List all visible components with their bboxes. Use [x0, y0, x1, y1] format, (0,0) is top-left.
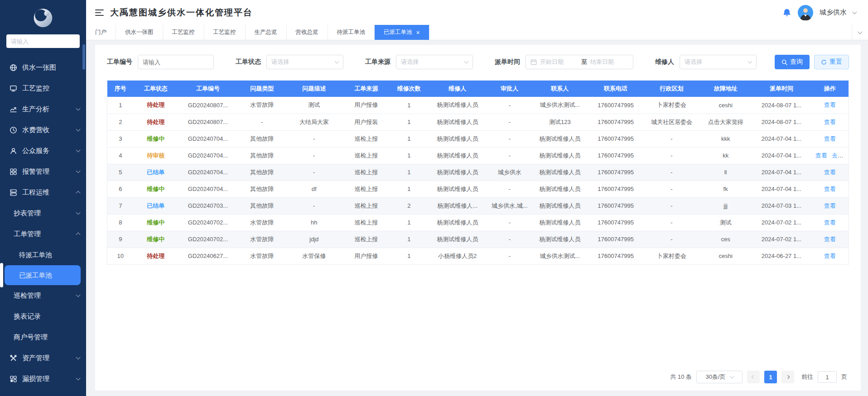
status-badge: 维修中: [134, 214, 178, 231]
sidebar-item-label: 抄表管理: [14, 209, 41, 218]
action-link[interactable]: 查看: [824, 236, 836, 243]
search-button[interactable]: 查询: [775, 55, 810, 69]
cell: GD20240627...: [178, 248, 238, 264]
cell: -: [286, 130, 342, 147]
order-no-input[interactable]: [138, 55, 214, 69]
status-badge: 已结单: [134, 197, 178, 214]
refresh-icon: [821, 59, 827, 65]
cell: 17600747995: [588, 197, 643, 214]
action-link[interactable]: 去审核: [832, 152, 849, 159]
repairer-select[interactable]: 请选择: [680, 55, 757, 69]
tab-5[interactable]: 营收总览: [287, 25, 328, 40]
cell: 巡检上报: [342, 231, 391, 248]
sidebar-item-1[interactable]: 工艺监控: [0, 78, 86, 99]
grid-icon: [9, 375, 17, 383]
sidebar-item-label: 工艺监控: [22, 84, 49, 93]
action-link[interactable]: 查看: [815, 152, 827, 159]
action-link[interactable]: 查看: [824, 253, 836, 259]
tab-4[interactable]: 生产总览: [246, 25, 287, 40]
cell: 巡检上报: [342, 181, 391, 197]
cell: -: [487, 114, 532, 130]
tab-7[interactable]: 已派工单池×: [375, 25, 429, 40]
cell: 杨测试维修人员: [532, 197, 588, 214]
total-count: 共 10 条: [670, 373, 692, 381]
action-link[interactable]: 查看: [824, 169, 836, 176]
action-link[interactable]: 查看: [824, 101, 836, 108]
sidebar-item-label: 工单管理: [14, 230, 41, 239]
cell: 1: [107, 97, 134, 114]
sidebar-item-14[interactable]: 资产管理: [0, 348, 86, 368]
cell: ll: [699, 164, 752, 181]
cell: 大结局大家: [286, 114, 342, 130]
tab-1[interactable]: 供水一张图: [116, 25, 163, 40]
sidebar-item-12[interactable]: 换表记录: [0, 306, 86, 327]
reset-button[interactable]: 重置: [814, 55, 849, 69]
page-size-select[interactable]: 30条/页: [696, 371, 743, 383]
sidebar-scrollbar[interactable]: [82, 44, 85, 70]
sidebar-item-7[interactable]: 抄表管理: [0, 203, 86, 224]
cell: -: [487, 97, 532, 114]
sidebar-item-2[interactable]: 生产分析: [0, 99, 86, 119]
tab-0[interactable]: 门户: [86, 25, 116, 40]
cell: 2: [391, 197, 428, 214]
sidebar-item-8[interactable]: 工单管理: [0, 224, 86, 244]
sidebar-item-0[interactable]: 供水一张图: [0, 57, 86, 78]
sidebar-item-6[interactable]: 工程运维: [0, 182, 86, 203]
order-source-select[interactable]: 请选择: [396, 55, 473, 69]
sidebar-item-13[interactable]: 商户号管理: [0, 327, 86, 348]
chevron-up-icon: [76, 233, 81, 237]
chevron-left-icon: [752, 375, 755, 379]
page-number-current[interactable]: 1: [764, 371, 777, 383]
sidebar-item-10[interactable]: 已派工单池: [5, 265, 81, 285]
sidebar-search-input[interactable]: [6, 34, 80, 48]
tab-3[interactable]: 工艺监控: [204, 25, 246, 40]
next-page-button[interactable]: [781, 371, 794, 383]
cell: 杨测试维修人员: [532, 181, 588, 197]
actions-cell: 查看: [811, 181, 849, 197]
column-header: 问题描述: [286, 81, 342, 97]
cell: GD20240807...: [178, 97, 238, 114]
cell: -: [644, 214, 699, 231]
cell: 杨测试维修人员: [428, 214, 487, 231]
goto-page-input[interactable]: [818, 371, 837, 383]
cell: -: [644, 231, 699, 248]
action-link[interactable]: 查看: [824, 186, 836, 192]
prev-page-button[interactable]: [747, 371, 760, 383]
cell: 2024-06-27 1...: [752, 248, 811, 264]
action-link[interactable]: 查看: [824, 219, 836, 226]
action-link[interactable]: 查看: [824, 202, 836, 209]
content: 工单编号 工单状态 请选择 工单来源 请选择: [86, 40, 868, 396]
notification-bell-icon[interactable]: [782, 8, 791, 17]
cell: 巡检上报: [342, 147, 391, 164]
order-status-select[interactable]: 请选择: [266, 55, 343, 69]
tab-overflow-dropdown[interactable]: [852, 25, 868, 40]
cell: kkk: [699, 130, 752, 147]
sidebar-item-9[interactable]: 待派工单池: [0, 244, 86, 265]
app-logo: [0, 0, 86, 32]
dispatch-time-range-picker[interactable]: 开始日期 至 结束日期: [526, 55, 633, 69]
cell: 用户报修: [342, 97, 391, 114]
tabbar: 门户供水一张图工艺监控工艺监控生产总览营收总览待派工单池已派工单池×: [86, 25, 868, 40]
cell: GD20240807...: [178, 114, 238, 130]
username[interactable]: 城乡供水: [820, 8, 847, 17]
cell: 水管保修: [286, 248, 342, 264]
avatar[interactable]: [798, 5, 813, 20]
sidebar-item-3[interactable]: 水费营收: [0, 119, 86, 140]
sidebar-item-5[interactable]: 报警管理: [0, 161, 86, 182]
filter-label: 工单来源: [365, 58, 391, 66]
table-row: 7已结单GD20240703...其他故障-巡检上报2杨测试维修人...城乡供水…: [107, 197, 849, 214]
sidebar-item-4[interactable]: 公众服务: [0, 140, 86, 161]
action-link[interactable]: 查看: [824, 135, 836, 142]
filter-order-source: 工单来源 请选择: [365, 55, 473, 69]
tab-6[interactable]: 待派工单池: [328, 25, 375, 40]
sidebar-item-11[interactable]: 巡检管理: [0, 285, 86, 306]
select-placeholder: 请选择: [685, 58, 748, 66]
hamburger-menu-icon[interactable]: [95, 9, 104, 16]
main-area: 大禹慧图城乡供水一体化管理平台 城乡供水: [86, 0, 868, 396]
filter-label: 派单时间: [495, 58, 520, 66]
tab-2[interactable]: 工艺监控: [163, 25, 204, 40]
action-link[interactable]: 查看: [824, 119, 836, 125]
sidebar-item-15[interactable]: 漏损管理: [0, 368, 86, 389]
tab-close-icon[interactable]: ×: [416, 29, 420, 36]
user-chevron-down-icon[interactable]: [853, 10, 857, 14]
